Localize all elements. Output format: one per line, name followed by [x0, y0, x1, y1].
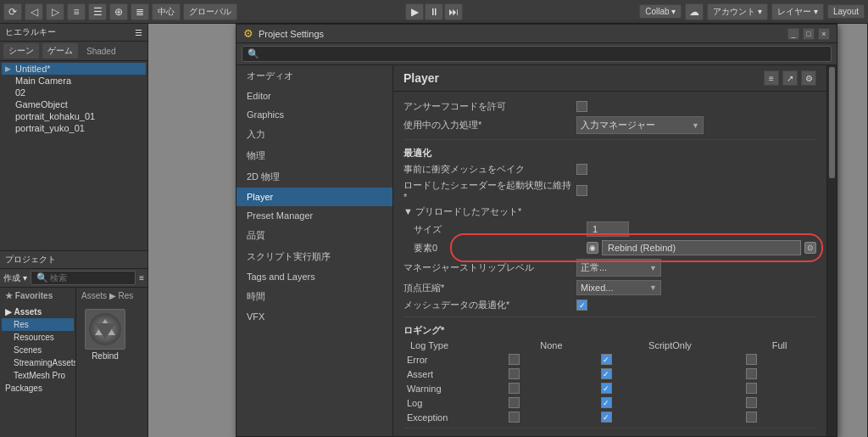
field-keep-shaders: ロードしたシェーダーを起動状態に維持*	[403, 177, 816, 204]
assets-streaming-item[interactable]: StreamingAssets	[2, 356, 74, 369]
header-icon-1[interactable]: ≡	[764, 70, 779, 86]
toolbar-btn-7[interactable]: ≣	[131, 3, 149, 20]
file-rebind[interactable]: Rebind	[81, 305, 129, 364]
keep-shaders-checkbox[interactable]	[576, 185, 587, 196]
error-none-checkbox[interactable]	[509, 354, 520, 365]
scrollbar-thumb[interactable]	[829, 67, 835, 178]
global-btn[interactable]: グローバル	[183, 3, 237, 20]
settings-item-physics[interactable]: 物理	[236, 145, 392, 166]
settings-item-preset[interactable]: Preset Manager	[236, 206, 392, 225]
toolbar-btn-6[interactable]: ⊕	[109, 3, 128, 20]
settings-item-audio[interactable]: オーディオ	[236, 65, 392, 87]
collab-btn[interactable]: Collab ▾	[639, 4, 682, 19]
settings-search-input[interactable]	[263, 49, 364, 59]
create-btn[interactable]: 作成 ▾	[3, 272, 27, 284]
mesh-opt-checkbox[interactable]: ✓	[576, 300, 587, 311]
error-none-cell[interactable]	[505, 352, 598, 367]
search-icon: 🔍	[36, 272, 48, 283]
log-scriptonly-checkbox[interactable]: ✓	[601, 397, 612, 408]
log-none-checkbox[interactable]	[509, 397, 520, 408]
header-icon-2[interactable]: ↗	[782, 70, 798, 86]
field-size: サイズ	[403, 220, 816, 238]
error-full-cell[interactable]	[743, 352, 816, 367]
hierarchy-item-untitled[interactable]: ▶ Untitled*	[2, 63, 146, 75]
assert-none-checkbox[interactable]	[509, 368, 520, 379]
project-layout-icon[interactable]: ≡	[139, 273, 144, 283]
error-scriptonly-cell[interactable]: ✓	[598, 352, 743, 367]
project-search[interactable]: 🔍	[31, 271, 136, 285]
toolbar-btn-1[interactable]: ⟳	[3, 3, 22, 20]
hierarchy-item-gameobject[interactable]: GameObject	[2, 98, 146, 110]
cloud-btn[interactable]: ☁	[685, 3, 704, 20]
assets-section[interactable]: ▶ Assets	[2, 305, 74, 318]
input-processing-dropdown[interactable]: 入力マネージャー ▼	[576, 116, 704, 134]
warning-scriptonly-checkbox[interactable]: ✓	[601, 383, 612, 394]
size-input[interactable]	[587, 221, 629, 237]
layout-btn[interactable]: Layout	[827, 4, 865, 19]
toolbar-btn-4[interactable]: ≡	[67, 3, 86, 20]
settings-item-scriptorder[interactable]: スクリプト実行順序	[236, 246, 392, 267]
vertex-dropdown[interactable]: Mixed... ▼	[576, 280, 661, 295]
log-row-exception: Exception ✓	[403, 410, 816, 424]
hierarchy-item-02[interactable]: 02	[2, 87, 146, 98]
exception-scriptonly-checkbox[interactable]: ✓	[601, 412, 612, 423]
play-button[interactable]: ▶	[405, 3, 424, 20]
hierarchy-item-portrait-kohaku[interactable]: portrait_kohaku_01	[2, 110, 146, 122]
scene-tab[interactable]: シーン	[3, 43, 39, 59]
settings-item-vfx[interactable]: VFX	[236, 307, 392, 326]
none-col-header: None	[505, 339, 598, 352]
account-btn[interactable]: アカウント ▾	[707, 3, 768, 20]
project-search-input[interactable]	[50, 273, 101, 283]
hierarchy-item-maincamera[interactable]: Main Camera	[2, 75, 146, 87]
input-processing-value: 入力マネージャー ▼	[576, 116, 816, 134]
window-maximize[interactable]: □	[803, 28, 815, 40]
answer-fcode-checkbox[interactable]	[576, 101, 587, 112]
error-scriptonly-checkbox[interactable]: ✓	[601, 354, 612, 365]
assert-scriptonly-checkbox[interactable]: ✓	[601, 368, 612, 379]
bake-collision-checkbox[interactable]	[576, 164, 587, 175]
settings-item-graphics[interactable]: Graphics	[236, 105, 392, 124]
error-full-checkbox[interactable]	[746, 354, 757, 365]
scriptonly-col-header: ScriptOnly	[598, 339, 743, 352]
assets-textmesh-item[interactable]: TextMesh Pro	[2, 369, 74, 382]
settings-item-physics2d[interactable]: 2D 物理	[236, 166, 392, 188]
toolbar-btn-2[interactable]: ◁	[25, 3, 43, 20]
layers-btn[interactable]: レイヤー ▾	[771, 3, 824, 20]
step-button[interactable]: ⏭	[444, 3, 463, 20]
assert-full-checkbox[interactable]	[746, 368, 757, 379]
favorites-item[interactable]: ★ Favorites	[2, 289, 74, 302]
settings-item-tagslayers[interactable]: Tags and Layers	[236, 267, 392, 286]
settings-item-player[interactable]: Player	[236, 188, 392, 206]
warning-none-checkbox[interactable]	[509, 383, 520, 394]
field-bake-collision: 事前に衝突メッシュをベイク	[403, 161, 816, 177]
pause-button[interactable]: ⏸	[425, 3, 443, 20]
exception-none-checkbox[interactable]	[509, 412, 520, 423]
header-icon-3[interactable]: ⚙	[801, 70, 816, 86]
settings-item-editor[interactable]: Editor	[236, 87, 392, 105]
log-full-checkbox[interactable]	[746, 397, 757, 408]
packages-item[interactable]: Packages	[2, 382, 74, 395]
settings-search-wrap[interactable]: 🔍	[242, 46, 832, 62]
assets-scenes-item[interactable]: Scenes	[2, 344, 74, 356]
window-close[interactable]: ×	[818, 28, 830, 40]
settings-item-input[interactable]: 入力	[236, 124, 392, 145]
hierarchy-create-icon[interactable]: ☰	[135, 28, 142, 37]
toolbar-btn-3[interactable]: ▷	[46, 3, 64, 20]
assets-resources-item[interactable]: Resources	[2, 331, 74, 344]
settings-item-quality[interactable]: 品質	[236, 225, 392, 246]
center-btn[interactable]: 中心	[152, 3, 181, 20]
warning-full-checkbox[interactable]	[746, 383, 757, 394]
toolbar-btn-5[interactable]: ☰	[88, 3, 107, 20]
manager-level-dropdown[interactable]: 正常... ▼	[576, 259, 661, 277]
element0-input[interactable]	[602, 240, 801, 255]
exception-full-checkbox[interactable]	[746, 412, 757, 423]
game-tab[interactable]: ゲーム	[42, 43, 78, 59]
element-select-icon[interactable]: ⊙	[804, 242, 816, 254]
hierarchy-header: ヒエラルキー ☰	[0, 24, 147, 42]
shaded-dropdown[interactable]: Shaded	[81, 45, 120, 58]
window-minimize[interactable]: _	[787, 28, 799, 40]
settings-item-time[interactable]: 時間	[236, 286, 392, 307]
hierarchy-item-portrait-yuko[interactable]: portrait_yuko_01	[2, 122, 146, 134]
settings-scrollbar[interactable]	[826, 65, 837, 436]
assets-res-item[interactable]: Res	[2, 318, 74, 331]
